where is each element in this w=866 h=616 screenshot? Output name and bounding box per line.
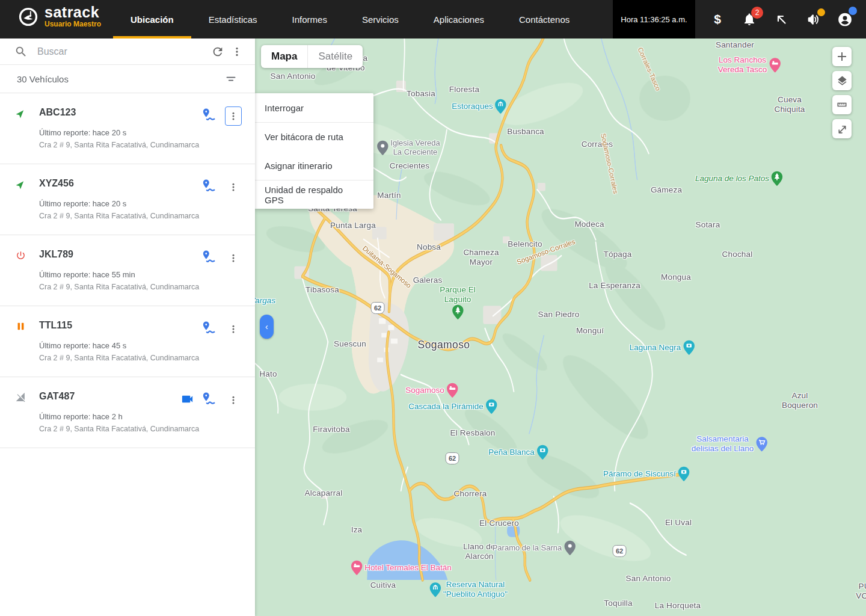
nav-item-4[interactable]: Aplicaciones	[416, 0, 502, 38]
vehicle-route-icon[interactable]	[201, 392, 218, 409]
measure-ruler-button[interactable]	[832, 95, 852, 114]
search-options-kebab-icon[interactable]	[227, 42, 247, 61]
vehicle-count-header: 30 Vehículos	[0, 65, 255, 93]
vehicle-list-item[interactable]: GAT487 Último reporte: hace 2 h Cra 2 # …	[0, 377, 255, 448]
context-menu-item-2[interactable]: Asignar itinerario	[255, 151, 373, 180]
clock-display: Hora 11:36:25 a.m.	[613, 0, 695, 38]
vehicle-route-icon[interactable]	[201, 108, 218, 125]
search-input[interactable]	[37, 46, 208, 57]
vehicle-status-paused-icon	[16, 321, 26, 331]
account-avatar-icon[interactable]	[837, 11, 853, 27]
search-bar	[0, 38, 255, 65]
vehicle-list-item[interactable]: TTL115 Último reporte: hace 45 s Cra 2 #…	[0, 306, 255, 377]
vehicle-list: ABC123 Último reporte: hace 20 s Cra 2 #…	[0, 93, 255, 448]
map-type-control: Mapa Satélite	[261, 45, 363, 68]
map-type-satellite-button[interactable]: Satélite	[307, 45, 363, 68]
vehicle-address: Cra 2 # 9, Santa Rita Facatativá, Cundin…	[39, 283, 199, 291]
context-menu-item-1[interactable]: Ver bitácora de ruta	[255, 122, 373, 151]
top-navigation-bar: satrack Usuario Maestro UbicaciónEstadís…	[0, 0, 866, 38]
vehicle-menu-kebab-icon[interactable]	[225, 177, 242, 197]
route-shield-1: 62	[446, 452, 459, 464]
vehicle-menu-kebab-icon[interactable]	[225, 248, 242, 268]
pointer-arrow-icon[interactable]	[773, 11, 789, 27]
announcement-alert-dot	[817, 8, 825, 16]
vehicle-plate: GAT487	[39, 391, 75, 402]
vehicle-route-icon[interactable]	[201, 179, 218, 196]
app-root: satrack Usuario Maestro UbicaciónEstadís…	[0, 0, 866, 616]
vehicle-menu-kebab-icon[interactable]	[225, 319, 242, 339]
vehicle-list-item[interactable]: JKL789 Último reporte: hace 55 min Cra 2…	[0, 235, 255, 306]
vehicle-count-label: 30 Vehículos	[17, 74, 69, 84]
nav-item-1[interactable]: Estadísticas	[191, 0, 275, 38]
vehicle-last-report: Último reporte: hace 55 min	[39, 270, 135, 279]
announcements-megaphone-icon[interactable]	[805, 11, 821, 27]
vehicle-list-item[interactable]: ABC123 Último reporte: hace 20 s Cra 2 #…	[0, 93, 255, 164]
main-menu: UbicaciónEstadísticasInformesServiciosAp…	[113, 0, 587, 38]
vehicle-address: Cra 2 # 9, Santa Rita Facatativá, Cundin…	[39, 212, 199, 220]
refresh-button[interactable]	[208, 42, 227, 61]
satrack-logo-icon	[18, 7, 38, 27]
search-icon	[14, 45, 28, 58]
brand[interactable]: satrack Usuario Maestro	[18, 5, 101, 28]
vehicle-context-menu: InterrogarVer bitácora de rutaAsignar it…	[255, 93, 373, 209]
vehicle-plate: ABC123	[39, 107, 76, 118]
nav-item-3[interactable]: Servicios	[345, 0, 416, 38]
map-canvas[interactable]: Santa Rosade ViterboSan AntonioTobasiaFl…	[255, 38, 866, 616]
zoom-in-button[interactable]	[832, 47, 852, 66]
billing-dollar-icon[interactable]: $	[710, 11, 725, 27]
layers-button[interactable]	[832, 71, 852, 90]
vehicle-status-moving-icon	[16, 179, 26, 189]
sidebar-collapse-button[interactable]: ‹	[260, 315, 274, 339]
vehicle-camera-icon[interactable]	[180, 392, 194, 408]
vehicle-address: Cra 2 # 9, Santa Rita Facatativá, Cundin…	[39, 141, 199, 149]
vehicle-last-report: Último reporte: hace 2 h	[39, 412, 123, 421]
vehicle-last-report: Último reporte: hace 45 s	[39, 341, 126, 350]
vehicle-plate: JKL789	[39, 249, 73, 260]
vehicle-status-engine-off-icon	[16, 250, 26, 260]
vehicle-menu-kebab-icon[interactable]	[225, 390, 242, 410]
vehicle-plate: XYZ456	[39, 178, 74, 189]
vehicle-route-icon[interactable]	[201, 321, 218, 338]
context-menu-item-3[interactable]: Unidad de respaldo GPS	[255, 180, 373, 209]
vehicle-status-moving-icon	[16, 108, 26, 119]
filter-icon[interactable]	[221, 69, 241, 88]
route-shield-2: 62	[613, 545, 627, 557]
online-status-dot	[849, 7, 857, 15]
vehicle-last-report: Último reporte: hace 20 s	[39, 199, 126, 208]
nav-item-0[interactable]: Ubicación	[113, 0, 191, 38]
context-menu-item-0[interactable]: Interrogar	[255, 93, 373, 122]
nav-item-2[interactable]: Informes	[275, 0, 345, 38]
map-type-map-button[interactable]: Mapa	[261, 45, 307, 68]
vehicle-last-report: Último reporte: hace 20 s	[39, 128, 126, 137]
notification-badge: 2	[751, 7, 763, 19]
vehicle-address: Cra 2 # 9, Santa Rita Facatativá, Cundin…	[39, 425, 199, 433]
nav-item-5[interactable]: Contáctenos	[502, 0, 587, 38]
vehicle-sidebar: 30 Vehículos ABC123 Último reporte: hace…	[0, 38, 255, 616]
fullscreen-expand-button[interactable]	[832, 119, 852, 138]
notifications-bell-icon[interactable]: 2	[742, 11, 757, 27]
vehicle-route-icon[interactable]	[201, 250, 218, 267]
vehicle-plate: TTL115	[39, 320, 72, 331]
brand-subtitle: Usuario Maestro	[45, 20, 101, 28]
vehicle-address: Cra 2 # 9, Santa Rita Facatativá, Cundin…	[39, 354, 199, 362]
brand-name: satrack	[45, 5, 101, 19]
route-shield-0: 62	[371, 302, 385, 314]
vehicle-list-item[interactable]: XYZ456 Último reporte: hace 20 s Cra 2 #…	[0, 164, 255, 235]
vehicle-menu-kebab-icon[interactable]	[225, 106, 242, 126]
vehicle-status-no-signal-icon	[16, 392, 26, 402]
